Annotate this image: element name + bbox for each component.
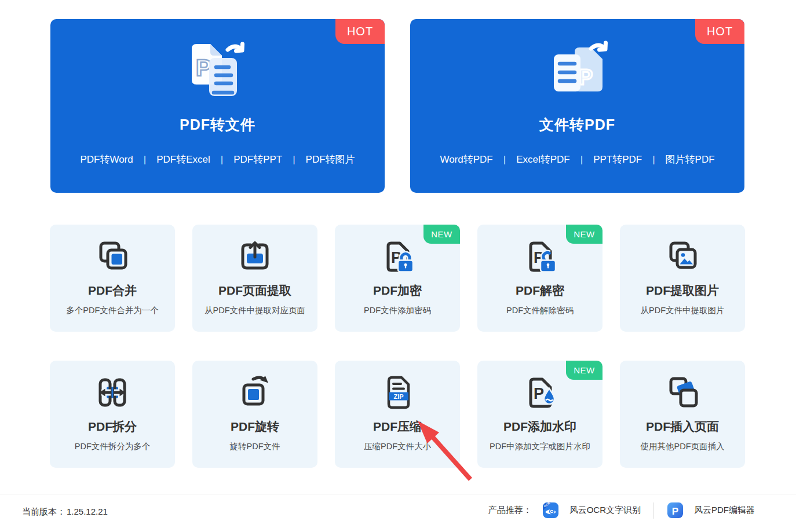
tool-title: PDF压缩 [373,419,422,435]
tool-title: PDF添加水印 [503,419,576,435]
tool-title: PDF加密 [373,282,422,299]
link-word-to-pdf[interactable]: Word转PDF [440,153,492,166]
new-badge: NEW [566,225,603,244]
version-value: 1.25.12.21 [67,507,108,516]
product-name: 风云OCR文字识别 [569,505,641,516]
tool-subtitle: 使用其他PDF页面插入 [641,441,725,452]
icon-letter-p: P [534,385,544,402]
product-name: 风云PDF编辑器 [694,505,755,516]
product-recommendations: 产品推荐： OCR 风云OCR文字识别 [488,502,755,519]
tool-card-pdf-split[interactable]: PDF拆分 PDF文件拆分为多个 [50,361,175,468]
tool-subtitle: PDF文件拆分为多个 [75,441,151,452]
tool-card-pdf-decrypt[interactable]: NEW P PDF解密 PDF文件解除密码 [477,225,603,332]
pdf-to-file-icon: P [174,36,261,106]
link-ppt-to-pdf[interactable]: PPT转PDF [593,153,642,166]
tool-card-pdf-rotate[interactable]: PDF旋转 旋转PDF文件 [192,361,317,468]
hero-card-file-to-pdf[interactable]: HOT P 文件转PDF Word转PDF | Excel转PDF | [410,19,744,193]
hero-links: Word转PDF | Excel转PDF | PPT转PDF | 图片转PDF [440,153,714,166]
tool-title: PDF拆分 [88,419,137,435]
tool-title: PDF插入页面 [646,419,719,435]
new-badge: NEW [423,225,460,244]
tool-subtitle: 从PDF文件中提取对应页面 [205,305,305,316]
hot-badge: HOT [695,19,744,44]
tool-title: PDF提取图片 [646,282,719,299]
tool-subtitle: 从PDF文件中提取图片 [641,305,725,316]
icon-letter-p: P [579,65,593,89]
pdf-editor-app-icon: P [667,502,684,519]
merge-icon [94,238,131,275]
tool-card-add-watermark[interactable]: NEW P PDF添加水印 PDF中添加文字或图片水印 [477,361,603,468]
tool-subtitle: PDF文件添加密码 [364,305,431,316]
lock-icon: P [379,238,416,275]
tool-subtitle: PDF中添加文字或图片水印 [490,441,590,452]
tool-title: PDF旋转 [231,419,279,435]
link-separator: | [221,154,223,166]
ocr-app-icon: OCR [542,502,559,519]
file-to-pdf-icon: P [534,36,621,106]
tool-title: PDF页面提取 [218,282,291,299]
link-pdf-to-ppt[interactable]: PDF转PPT [233,153,282,166]
insert-pages-icon [664,374,701,411]
rotate-icon [236,374,273,411]
link-separator: | [580,154,583,166]
zip-icon: ZIP [379,374,416,411]
pdf-tools-home: HOT P PDF转文件 PDF转Word | [0,0,796,532]
link-separator: | [652,154,655,166]
editor-icon-letter: P [672,506,678,517]
footer: 当前版本：1.25.12.21 产品推荐： OCR 风云OCR文字识别 [0,494,796,532]
hero-card-pdf-to-file[interactable]: HOT P PDF转文件 PDF转Word | [50,19,385,193]
extract-pages-icon [236,238,273,275]
new-badge: NEW [566,361,603,380]
hero-section: HOT P PDF转文件 PDF转Word | [50,19,744,193]
extract-images-icon [664,238,701,275]
tool-card-extract-images[interactable]: PDF提取图片 从PDF文件中提取图片 [620,225,745,332]
link-pdf-to-image[interactable]: PDF转图片 [306,153,355,166]
zip-label: ZIP [393,393,403,400]
tools-grid: PDF合并 多个PDF文件合并为一个 PDF页面提取 从PDF文件中提取对应页面… [50,225,745,468]
watermark-icon: P [521,374,558,411]
tool-card-pdf-merge[interactable]: PDF合并 多个PDF文件合并为一个 [50,225,175,332]
icon-letter-p: P [196,55,211,80]
link-pdf-to-word[interactable]: PDF转Word [80,153,133,166]
link-separator: | [144,154,146,166]
recommend-label: 产品推荐： [488,505,532,516]
vertical-divider [653,502,654,519]
hot-badge: HOT [335,19,385,44]
link-image-to-pdf[interactable]: 图片转PDF [666,153,715,166]
version-label: 当前版本： [22,507,65,516]
product-link-pdf-editor[interactable]: P 风云PDF编辑器 [667,502,755,519]
tool-subtitle: PDF文件解除密码 [506,305,574,316]
tool-card-pdf-compress[interactable]: ZIP PDF压缩 压缩PDF文件大小 [335,361,460,468]
tool-title: PDF合并 [88,282,137,299]
tool-card-extract-pages[interactable]: PDF页面提取 从PDF文件中提取对应页面 [192,225,317,332]
link-separator: | [503,154,506,166]
unlock-icon: P [521,238,558,275]
hero-title: PDF转文件 [180,115,255,134]
link-pdf-to-excel[interactable]: PDF转Excel [156,153,210,166]
link-excel-to-pdf[interactable]: Excel转PDF [516,153,570,166]
hero-title: 文件转PDF [539,115,615,134]
link-separator: | [293,154,295,166]
split-icon [94,374,131,411]
hero-links: PDF转Word | PDF转Excel | PDF转PPT | PDF转图片 [80,153,355,166]
tool-title: PDF解密 [516,282,564,299]
tool-subtitle: 压缩PDF文件大小 [364,441,431,452]
tool-subtitle: 旋转PDF文件 [230,441,280,452]
product-link-ocr[interactable]: OCR 风云OCR文字识别 [542,502,641,519]
version-info: 当前版本：1.25.12.21 [22,507,109,518]
tool-subtitle: 多个PDF文件合并为一个 [66,305,159,316]
tool-card-insert-pages[interactable]: PDF插入页面 使用其他PDF页面插入 [620,361,745,468]
tool-card-pdf-encrypt[interactable]: NEW P PDF加密 PDF文件添加密码 [335,225,460,332]
